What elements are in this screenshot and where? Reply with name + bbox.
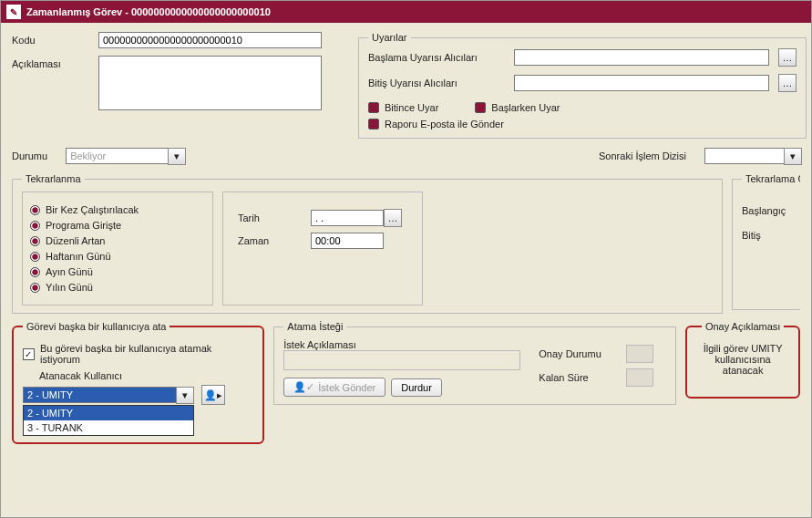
checkbox-icon [368,102,379,113]
gecerlilik-legend: Tekrarlama Geçerliliği [742,173,800,184]
assign-fieldset: Görevi başka bir kullanıcıya ata Bu göre… [12,321,264,444]
assign-user-label: Atanacak Kullanıcı [39,370,253,381]
istek-aciklamasi-label: İstek Açıklaması [283,339,520,350]
baslama-browse-button[interactable]: … [778,48,797,67]
kalan-sure-box [626,368,653,387]
istek-aciklamasi-box [283,350,520,370]
assign-check-label: Bu görevi başka bir kullanıcıya atamak i… [40,343,253,365]
onay-legend: Onay Açıklaması [702,321,785,332]
uyarilar-legend: Uyarılar [368,32,411,43]
tekrarlanma-fieldset: Tekrarlanma Bir Kez Çalıştırılacak Progr… [12,173,723,314]
recur-opt-monthday[interactable]: Ayın Günü [30,266,205,277]
window-titlebar: ✎ Zamanlanmış Görev - 000000000000000000… [1,1,811,23]
zaman-label: Zaman [238,235,283,246]
aciklamasi-input[interactable] [98,56,322,110]
baslama-uyari-input[interactable] [514,49,769,66]
kodu-input[interactable] [98,32,322,48]
onay-text: İlgili görev UMITY kullanıcısına atanaca… [696,339,789,379]
send-icon: 👤✓ [293,381,314,393]
recur-opt-regular[interactable]: Düzenli Artan [30,235,205,246]
recur-opt-login[interactable]: Programa Girişte [30,220,205,231]
valid-bitis-label: Bitiş [742,230,800,241]
gecerlilik-fieldset: Tekrarlama Geçerliliği Başlangıç 15.04.0… [732,173,800,310]
bitis-uyari-label: Bitiş Uyarısı Alıcıları [368,78,505,88]
assign-user-select[interactable] [23,387,194,403]
baslarken-uyar-check[interactable]: Başlarken Uyar [475,102,560,113]
kalan-sure-label: Kalan Süre [539,372,621,383]
app-icon: ✎ [6,5,21,19]
assign-dropdown-button[interactable]: ▾ [176,387,194,404]
window-title: Zamanlanmış Görev - 00000000000000000000… [26,6,271,17]
bitis-uyari-input[interactable] [514,75,769,91]
tarih-label: Tarih [238,212,283,223]
assign-option[interactable]: 2 - UMITY [24,406,193,420]
atama-legend: Atama İsteği [283,321,346,332]
scheduled-task-window: ✎ Zamanlanmış Görev - 000000000000000000… [0,0,812,518]
uyarilar-fieldset: Uyarılar Başlama Uyarısı Alıcıları … Bit… [358,32,807,139]
baslama-uyari-label: Başlama Uyarısı Alıcıları [368,52,505,63]
istek-gonder-button[interactable]: 👤✓ İstek Gönder [283,378,385,397]
checkbox-icon [475,102,486,113]
zaman-input[interactable] [311,233,384,249]
table-row[interactable] [13,458,461,478]
kodu-label: Kodu [12,32,89,48]
raporu-gonder-check[interactable]: Raporu E-posta ile Gönder [368,119,797,130]
bitince-uyar-check[interactable]: Bitince Uyar [368,102,438,113]
durumu-label: Durumu [12,150,47,161]
table-row[interactable] [13,478,461,498]
durumu-select[interactable] [66,148,184,164]
durumu-dropdown-button[interactable]: ▾ [168,148,186,165]
onay-aciklamasi-fieldset: Onay Açıklaması İlgili görev UMITY kulla… [685,321,800,399]
valid-baslangic-label: Başlangıç [742,205,800,216]
recur-opt-yearday[interactable]: Yılın Günü [30,282,205,293]
recur-opt-weekday[interactable]: Haftanın Günü [30,251,205,262]
aciklamasi-label: Açıklaması [12,56,89,110]
sonraki-dropdown-button[interactable]: ▾ [784,148,802,165]
sonraki-islem-label: Sonraki İşlem Dizisi [599,150,686,161]
assign-user-action-button[interactable]: 👤▸ [201,385,225,405]
tarih-input[interactable] [311,210,384,226]
assign-legend: Görevi başka bir kullanıcıya ata [23,321,170,332]
onay-durumu-label: Onay Durumu [539,348,621,359]
tarih-picker-button[interactable]: … [384,209,402,227]
recur-opt-once[interactable]: Bir Kez Çalıştırılacak [30,204,205,215]
assign-option[interactable]: 3 - TURANK [24,420,193,435]
tekrarlanma-legend: Tekrarlanma [22,173,85,184]
assign-checkbox[interactable] [23,348,35,360]
durdur-button[interactable]: Durdur [391,378,442,397]
onay-durumu-box [626,345,653,363]
bitis-browse-button[interactable]: … [778,74,797,92]
assign-dropdown-list: 2 - UMITY 3 - TURANK [23,405,194,436]
atama-istegi-fieldset: Atama İsteği İstek Açıklaması 👤✓ İstek G… [273,321,676,405]
checkbox-icon [368,119,379,130]
